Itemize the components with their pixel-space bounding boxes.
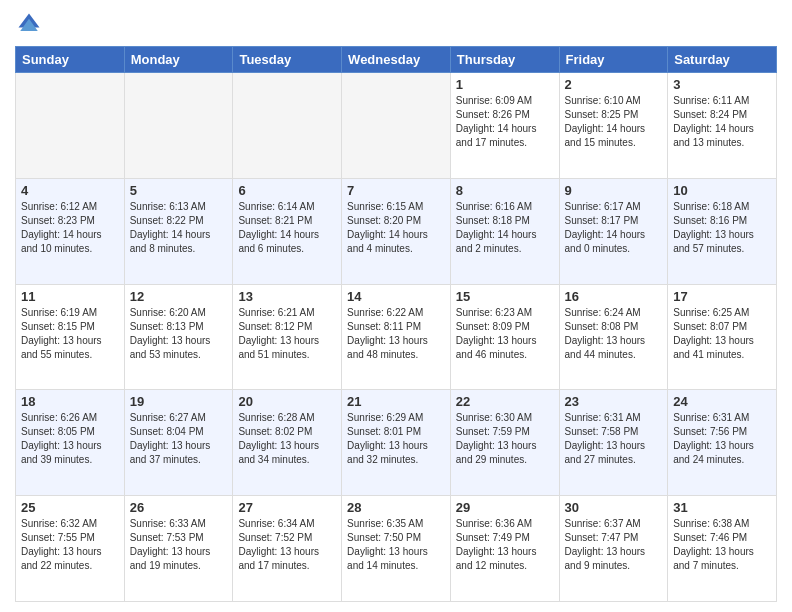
calendar-cell: 22Sunrise: 6:30 AM Sunset: 7:59 PM Dayli… (450, 390, 559, 496)
header-wednesday: Wednesday (342, 47, 451, 73)
calendar-cell: 13Sunrise: 6:21 AM Sunset: 8:12 PM Dayli… (233, 284, 342, 390)
day-number: 27 (238, 500, 336, 515)
calendar-cell: 3Sunrise: 6:11 AM Sunset: 8:24 PM Daylig… (668, 73, 777, 179)
calendar-cell: 28Sunrise: 6:35 AM Sunset: 7:50 PM Dayli… (342, 496, 451, 602)
day-number: 9 (565, 183, 663, 198)
day-number: 20 (238, 394, 336, 409)
calendar-cell: 16Sunrise: 6:24 AM Sunset: 8:08 PM Dayli… (559, 284, 668, 390)
calendar-cell: 24Sunrise: 6:31 AM Sunset: 7:56 PM Dayli… (668, 390, 777, 496)
day-info: Sunrise: 6:23 AM Sunset: 8:09 PM Dayligh… (456, 306, 554, 362)
day-info: Sunrise: 6:29 AM Sunset: 8:01 PM Dayligh… (347, 411, 445, 467)
calendar-week-1: 4Sunrise: 6:12 AM Sunset: 8:23 PM Daylig… (16, 178, 777, 284)
day-info: Sunrise: 6:32 AM Sunset: 7:55 PM Dayligh… (21, 517, 119, 573)
calendar-week-4: 25Sunrise: 6:32 AM Sunset: 7:55 PM Dayli… (16, 496, 777, 602)
calendar-cell: 25Sunrise: 6:32 AM Sunset: 7:55 PM Dayli… (16, 496, 125, 602)
calendar-cell: 29Sunrise: 6:36 AM Sunset: 7:49 PM Dayli… (450, 496, 559, 602)
calendar-cell: 30Sunrise: 6:37 AM Sunset: 7:47 PM Dayli… (559, 496, 668, 602)
day-number: 23 (565, 394, 663, 409)
calendar-cell (342, 73, 451, 179)
day-info: Sunrise: 6:18 AM Sunset: 8:16 PM Dayligh… (673, 200, 771, 256)
day-info: Sunrise: 6:10 AM Sunset: 8:25 PM Dayligh… (565, 94, 663, 150)
calendar-cell: 31Sunrise: 6:38 AM Sunset: 7:46 PM Dayli… (668, 496, 777, 602)
day-info: Sunrise: 6:09 AM Sunset: 8:26 PM Dayligh… (456, 94, 554, 150)
logo (15, 10, 47, 38)
day-number: 13 (238, 289, 336, 304)
day-info: Sunrise: 6:11 AM Sunset: 8:24 PM Dayligh… (673, 94, 771, 150)
day-number: 17 (673, 289, 771, 304)
day-number: 5 (130, 183, 228, 198)
calendar-cell: 23Sunrise: 6:31 AM Sunset: 7:58 PM Dayli… (559, 390, 668, 496)
day-number: 4 (21, 183, 119, 198)
day-number: 30 (565, 500, 663, 515)
day-info: Sunrise: 6:17 AM Sunset: 8:17 PM Dayligh… (565, 200, 663, 256)
day-number: 29 (456, 500, 554, 515)
day-number: 7 (347, 183, 445, 198)
calendar-cell: 18Sunrise: 6:26 AM Sunset: 8:05 PM Dayli… (16, 390, 125, 496)
day-info: Sunrise: 6:26 AM Sunset: 8:05 PM Dayligh… (21, 411, 119, 467)
day-number: 25 (21, 500, 119, 515)
calendar-cell: 27Sunrise: 6:34 AM Sunset: 7:52 PM Dayli… (233, 496, 342, 602)
calendar-cell: 4Sunrise: 6:12 AM Sunset: 8:23 PM Daylig… (16, 178, 125, 284)
day-info: Sunrise: 6:37 AM Sunset: 7:47 PM Dayligh… (565, 517, 663, 573)
day-info: Sunrise: 6:21 AM Sunset: 8:12 PM Dayligh… (238, 306, 336, 362)
calendar-cell: 19Sunrise: 6:27 AM Sunset: 8:04 PM Dayli… (124, 390, 233, 496)
calendar-cell: 10Sunrise: 6:18 AM Sunset: 8:16 PM Dayli… (668, 178, 777, 284)
day-info: Sunrise: 6:22 AM Sunset: 8:11 PM Dayligh… (347, 306, 445, 362)
day-info: Sunrise: 6:19 AM Sunset: 8:15 PM Dayligh… (21, 306, 119, 362)
day-info: Sunrise: 6:20 AM Sunset: 8:13 PM Dayligh… (130, 306, 228, 362)
day-info: Sunrise: 6:12 AM Sunset: 8:23 PM Dayligh… (21, 200, 119, 256)
day-info: Sunrise: 6:35 AM Sunset: 7:50 PM Dayligh… (347, 517, 445, 573)
day-number: 10 (673, 183, 771, 198)
day-info: Sunrise: 6:24 AM Sunset: 8:08 PM Dayligh… (565, 306, 663, 362)
day-number: 8 (456, 183, 554, 198)
day-number: 31 (673, 500, 771, 515)
calendar-header-row: SundayMondayTuesdayWednesdayThursdayFrid… (16, 47, 777, 73)
calendar-cell: 17Sunrise: 6:25 AM Sunset: 8:07 PM Dayli… (668, 284, 777, 390)
day-number: 26 (130, 500, 228, 515)
header-sunday: Sunday (16, 47, 125, 73)
day-number: 18 (21, 394, 119, 409)
calendar-cell: 11Sunrise: 6:19 AM Sunset: 8:15 PM Dayli… (16, 284, 125, 390)
calendar-week-0: 1Sunrise: 6:09 AM Sunset: 8:26 PM Daylig… (16, 73, 777, 179)
day-number: 2 (565, 77, 663, 92)
day-number: 28 (347, 500, 445, 515)
day-number: 22 (456, 394, 554, 409)
day-number: 11 (21, 289, 119, 304)
calendar-cell: 15Sunrise: 6:23 AM Sunset: 8:09 PM Dayli… (450, 284, 559, 390)
calendar-cell: 5Sunrise: 6:13 AM Sunset: 8:22 PM Daylig… (124, 178, 233, 284)
calendar-week-2: 11Sunrise: 6:19 AM Sunset: 8:15 PM Dayli… (16, 284, 777, 390)
calendar-cell: 9Sunrise: 6:17 AM Sunset: 8:17 PM Daylig… (559, 178, 668, 284)
day-info: Sunrise: 6:34 AM Sunset: 7:52 PM Dayligh… (238, 517, 336, 573)
day-info: Sunrise: 6:31 AM Sunset: 7:56 PM Dayligh… (673, 411, 771, 467)
calendar-week-3: 18Sunrise: 6:26 AM Sunset: 8:05 PM Dayli… (16, 390, 777, 496)
day-info: Sunrise: 6:16 AM Sunset: 8:18 PM Dayligh… (456, 200, 554, 256)
calendar-cell: 6Sunrise: 6:14 AM Sunset: 8:21 PM Daylig… (233, 178, 342, 284)
calendar-table: SundayMondayTuesdayWednesdayThursdayFrid… (15, 46, 777, 602)
day-number: 6 (238, 183, 336, 198)
day-info: Sunrise: 6:36 AM Sunset: 7:49 PM Dayligh… (456, 517, 554, 573)
day-info: Sunrise: 6:14 AM Sunset: 8:21 PM Dayligh… (238, 200, 336, 256)
day-number: 19 (130, 394, 228, 409)
day-number: 15 (456, 289, 554, 304)
day-number: 14 (347, 289, 445, 304)
day-info: Sunrise: 6:15 AM Sunset: 8:20 PM Dayligh… (347, 200, 445, 256)
calendar-cell (233, 73, 342, 179)
day-info: Sunrise: 6:27 AM Sunset: 8:04 PM Dayligh… (130, 411, 228, 467)
day-number: 16 (565, 289, 663, 304)
header-friday: Friday (559, 47, 668, 73)
calendar-cell: 20Sunrise: 6:28 AM Sunset: 8:02 PM Dayli… (233, 390, 342, 496)
header (15, 10, 777, 38)
calendar-cell: 8Sunrise: 6:16 AM Sunset: 8:18 PM Daylig… (450, 178, 559, 284)
day-info: Sunrise: 6:31 AM Sunset: 7:58 PM Dayligh… (565, 411, 663, 467)
day-info: Sunrise: 6:33 AM Sunset: 7:53 PM Dayligh… (130, 517, 228, 573)
calendar-cell: 12Sunrise: 6:20 AM Sunset: 8:13 PM Dayli… (124, 284, 233, 390)
header-tuesday: Tuesday (233, 47, 342, 73)
day-number: 12 (130, 289, 228, 304)
header-monday: Monday (124, 47, 233, 73)
calendar-cell: 7Sunrise: 6:15 AM Sunset: 8:20 PM Daylig… (342, 178, 451, 284)
logo-icon (15, 10, 43, 38)
day-number: 1 (456, 77, 554, 92)
calendar-cell: 26Sunrise: 6:33 AM Sunset: 7:53 PM Dayli… (124, 496, 233, 602)
day-info: Sunrise: 6:28 AM Sunset: 8:02 PM Dayligh… (238, 411, 336, 467)
day-info: Sunrise: 6:30 AM Sunset: 7:59 PM Dayligh… (456, 411, 554, 467)
